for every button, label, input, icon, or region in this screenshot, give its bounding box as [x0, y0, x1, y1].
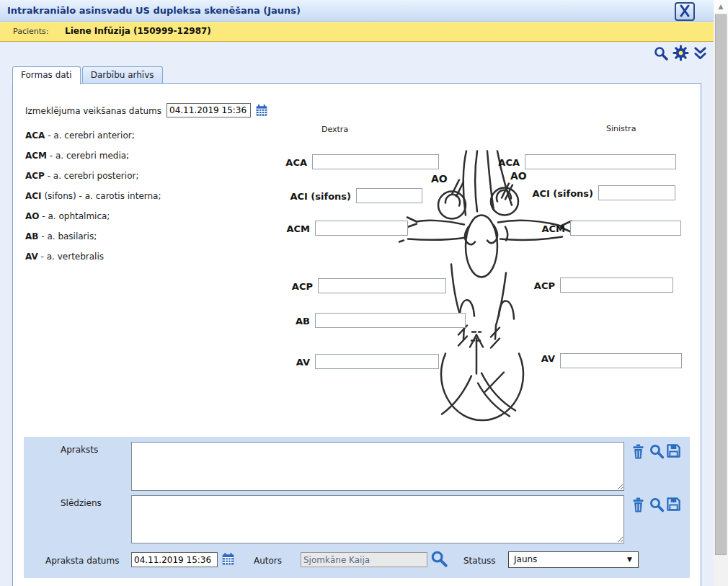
aci-sinistra-input[interactable]: [598, 185, 675, 200]
select-arrow-icon: ▼: [627, 556, 632, 563]
status-select-value: Jauns: [514, 554, 537, 564]
diagram-header-sinistra: Sinistra: [606, 124, 636, 133]
ao-left-label: AO: [431, 173, 448, 185]
field-label-aci-sinistra: ACI (sifons): [518, 187, 593, 200]
legend-item: ACA - a. cerebri anterior;: [25, 130, 161, 151]
legend-item: ACM - a. cerebri media;: [25, 151, 161, 171]
autors-search-icon[interactable]: [430, 549, 448, 568]
field-label-aci-dextra: ACI (sifons): [275, 190, 351, 203]
legend-item: AV - a. vertebralis: [25, 252, 161, 272]
double-chevron-down-icon[interactable]: [693, 46, 708, 61]
field-label-ab: AB: [234, 314, 310, 328]
save-sledziens-icon[interactable]: [666, 497, 681, 512]
field-label-acp-sinistra: ACP: [479, 279, 555, 293]
patient-name: Liene Infūzija (150999-12987): [65, 26, 211, 36]
apraksts-label: Apraksts: [61, 445, 98, 455]
acp-dextra-input[interactable]: [318, 278, 446, 293]
tab-bar: Formas dati Darbību arhīvs: [12, 66, 164, 84]
field-label-acp-dextra: ACP: [237, 280, 313, 293]
vertical-scrollbar: ▲: [714, 0, 728, 586]
av-sinistra-input[interactable]: [560, 353, 682, 368]
window-titlebar: Intrakraniālo asinsvadu US dupleksa sken…: [0, 0, 714, 22]
legend-item: ACP - a. cerebri posterior;: [25, 171, 161, 191]
legend-item: ACI (sifons) - a. carotis interna;: [25, 191, 161, 211]
window-title: Intrakraniālo asinsvadu US dupleksa sken…: [7, 5, 301, 16]
status-select[interactable]: Jauns ▼: [508, 551, 639, 568]
acm-dextra-input[interactable]: [315, 221, 408, 236]
exam-date-input[interactable]: [167, 103, 251, 117]
field-label-av-dextra: AV: [234, 355, 310, 369]
aca-dextra-input[interactable]: [312, 154, 439, 169]
statuss-label: Statuss: [463, 556, 496, 566]
close-button[interactable]: [675, 2, 695, 21]
sledziens-textarea[interactable]: [131, 495, 624, 543]
autors-input: [301, 552, 427, 567]
diagram-header-dextra: Dextra: [321, 125, 348, 134]
acm-sinistra-input[interactable]: [570, 221, 681, 236]
exam-date-label: Izmeklējuma veikšanas datums: [25, 106, 161, 116]
search-icon[interactable]: [653, 45, 669, 61]
field-label-aca-dextra: ACA: [231, 156, 307, 169]
aci-dextra-input[interactable]: [356, 188, 422, 203]
field-label-acm-sinistra: ACM: [489, 222, 565, 236]
field-label-aca-sinistra: ACA: [444, 156, 520, 169]
aca-sinistra-input[interactable]: [525, 154, 676, 169]
ao-right-label: AO: [510, 170, 527, 182]
patient-label: Pacients:: [13, 27, 48, 36]
save-apraksts-icon[interactable]: [666, 443, 681, 458]
apraksts-textarea[interactable]: [131, 442, 624, 491]
report-calendar-icon[interactable]: [221, 552, 235, 566]
tab-formas-dati[interactable]: Formas dati: [12, 66, 81, 84]
gear-icon[interactable]: [672, 45, 689, 61]
zoom-apraksts-icon[interactable]: [649, 443, 665, 459]
field-label-av-sinistra: AV: [479, 352, 555, 365]
sledziens-label: Slēdziens: [61, 498, 102, 508]
exam-window: Intrakraniālo asinsvadu US dupleksa sken…: [0, 0, 728, 586]
delete-apraksts-icon[interactable]: [631, 444, 645, 459]
delete-sledziens-icon[interactable]: [631, 497, 645, 512]
acp-sinistra-input[interactable]: [560, 278, 673, 293]
apraksta-datums-label: Apraksta datums: [45, 556, 119, 566]
close-icon: [678, 4, 692, 17]
abbreviation-legend: ACA - a. cerebri anterior; ACM - a. cere…: [25, 130, 161, 272]
legend-item: AO - a. ophtalmica;: [25, 211, 161, 231]
ab-input[interactable]: [315, 313, 466, 328]
apraksta-datums-input[interactable]: [131, 552, 218, 567]
calendar-icon[interactable]: [255, 104, 268, 117]
legend-item: AB - a. basilaris;: [25, 231, 161, 252]
zoom-sledziens-icon[interactable]: [649, 497, 665, 512]
autors-label: Autors: [254, 556, 282, 566]
field-label-acm-dextra: ACM: [234, 222, 310, 236]
av-dextra-input[interactable]: [315, 354, 439, 369]
patient-bar: Pacients: Liene Infūzija (150999-12987): [0, 22, 714, 42]
tab-darbibu-arhivs[interactable]: Darbību arhīvs: [82, 66, 163, 83]
scroll-up-arrow-icon[interactable]: ▲: [714, 0, 728, 13]
scrollbar-thumb[interactable]: [715, 14, 727, 555]
